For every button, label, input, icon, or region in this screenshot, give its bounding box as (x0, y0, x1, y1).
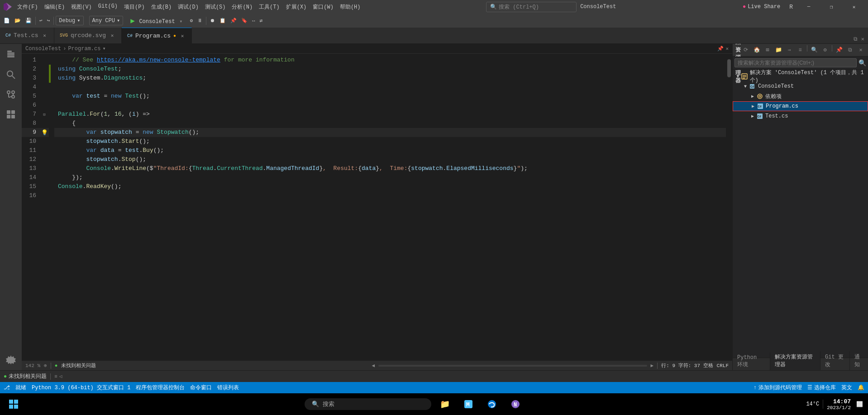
solution-expand-icon[interactable]: ▼ (734, 73, 741, 80)
toolbar-btn-2[interactable]: ⏺ (208, 17, 217, 24)
sol-maxrestore-btn[interactable]: ⧉ (845, 45, 855, 55)
notification-btn[interactable]: 🔔 (858, 384, 864, 391)
sol-btn-6[interactable]: ≡ (795, 45, 805, 55)
menu-bar[interactable]: 文件(F) 编辑(E) 视图(V) Git(G) 项目(P) 生成(B) 调试(… (14, 2, 363, 12)
close-editors-button[interactable]: ✕ (859, 35, 866, 43)
python-status[interactable]: Python 3.9 (64-bit) 交互式窗口 1 (32, 384, 130, 391)
notification-tab[interactable]: 通知 (850, 351, 868, 370)
breadcrumb-dropdown-icon[interactable]: ▾ (102, 45, 105, 52)
taskbar-clock[interactable]: 14:07 2023/1/2 (827, 398, 851, 410)
fold-icon-7[interactable]: ⊟ (43, 112, 45, 117)
menu-debug[interactable]: 调试(D) (175, 2, 201, 12)
sol-btn-2[interactable]: 🏠 (752, 45, 762, 55)
horizontal-scrollbar[interactable] (378, 365, 647, 367)
activity-extensions[interactable] (2, 105, 20, 123)
toolbar-btn-3[interactable]: 📋 (218, 17, 228, 24)
menu-git[interactable]: Git(G) (95, 2, 120, 12)
error-list-status[interactable]: 错误列表 (217, 384, 239, 391)
run-button[interactable]: ▶ ConsoleTest ▾ (129, 15, 184, 26)
bottom-filter-icon[interactable]: ≡ (54, 374, 57, 379)
taskbar-search[interactable]: 🔍 搜索 (305, 398, 431, 410)
menu-extensions[interactable]: 扩展(X) (283, 2, 310, 12)
menu-tools[interactable]: 工具(T) (256, 2, 282, 12)
toolbar-btn-1[interactable]: ⏸ (196, 17, 204, 24)
sol-btn-3[interactable]: ⊞ (763, 45, 773, 55)
deps-item[interactable]: ▶ 依赖项 (733, 91, 868, 101)
solution-tab[interactable]: 解决方案资源管理器 (770, 351, 820, 370)
close-button[interactable]: ✕ (844, 0, 864, 14)
cpu-dropdown[interactable]: Any CPU ▾ (89, 16, 124, 25)
redo-button[interactable]: ↪ (45, 17, 52, 24)
minimize-button[interactable]: ─ (798, 0, 819, 14)
menu-window[interactable]: 窗口(W) (310, 2, 336, 12)
attach-button[interactable]: ⚙ (188, 17, 195, 24)
activity-git[interactable] (2, 85, 20, 104)
toolbar-btn-6[interactable]: ↔ (250, 17, 257, 24)
sol-pin-btn[interactable]: 📌 (834, 45, 844, 55)
solution-search-icon[interactable]: 🔍 (858, 59, 866, 67)
bottom-arrow-icon[interactable]: ◁ (59, 373, 62, 379)
menu-project[interactable]: 项目(P) (121, 2, 148, 12)
lightbulb-icon[interactable]: 💡 (41, 129, 48, 136)
lang-mode[interactable]: 英文 (841, 384, 852, 391)
tab-program-cs-close[interactable]: ✕ (179, 32, 186, 39)
restore-button[interactable]: ❐ (821, 0, 842, 14)
code-lines-container[interactable]: // See https://aka.ms/new-console-templa… (51, 54, 726, 360)
activity-settings[interactable] (2, 350, 20, 368)
tab-qrcode-close[interactable]: ✕ (109, 32, 116, 39)
sol-close-btn[interactable]: ✕ (856, 45, 866, 55)
taskbar-files-btn[interactable]: 📁 (435, 394, 455, 414)
undo-button[interactable]: ↩ (38, 17, 44, 24)
add-to-source-btn[interactable]: ↑ 添加到源代码管理 (754, 384, 802, 391)
title-search-box[interactable]: 🔍 搜索 (Ctrl+Q) (486, 2, 577, 12)
menu-help[interactable]: 帮助(H) (337, 2, 363, 12)
menu-view[interactable]: 视图(V) (68, 2, 95, 12)
scrollbar-thumb[interactable] (727, 59, 731, 77)
save-button[interactable]: 💾 (24, 17, 33, 24)
taskbar-edge-btn[interactable] (482, 394, 502, 414)
sol-btn-5[interactable]: ⇒ (784, 45, 794, 55)
ready-status[interactable]: 就绪 (15, 384, 26, 391)
python-env-tab[interactable]: Python 环境 (733, 353, 770, 370)
menu-analyze[interactable]: 分析(N) (229, 2, 255, 12)
cmd-status[interactable]: 命令窗口 (190, 384, 212, 391)
zoom-icon[interactable]: ⊕ (44, 363, 47, 368)
package-mgr-status[interactable]: 程序包管理器控制台 (136, 384, 185, 391)
tab-test-cs-close[interactable]: ✕ (41, 32, 48, 39)
toolbar-btn-5[interactable]: 🔖 (239, 17, 249, 24)
toolbar-btn-4[interactable]: 📌 (229, 17, 238, 24)
live-share-button[interactable]: ● Live Share (739, 3, 784, 11)
activity-explorer[interactable] (2, 46, 20, 64)
menu-build[interactable]: 生成(B) (148, 2, 175, 12)
editor-scrollbar[interactable] (726, 54, 732, 360)
taskbar-show-desktop[interactable]: ⬜ (854, 399, 864, 409)
sol-btn-1[interactable]: ⟳ (741, 45, 751, 55)
sol-btn-4[interactable]: 📁 (773, 45, 783, 55)
new-file-button[interactable]: 📄 (2, 17, 12, 24)
editor-close-button[interactable]: ✕ (725, 46, 729, 52)
deps-expand-icon[interactable]: ▶ (749, 93, 756, 100)
sol-btn-7[interactable]: 🔍 (809, 45, 819, 55)
taskbar-app-btn[interactable]: N (506, 394, 525, 414)
solution-root-item[interactable]: ▼ 解决方案 'ConsoleTest' (1 个项目，共 1 个) (733, 71, 868, 81)
solution-search-input[interactable] (734, 58, 857, 67)
open-file-button[interactable]: 📂 (13, 17, 23, 24)
project-expand-icon[interactable]: ▼ (742, 83, 749, 90)
windows-start-button[interactable] (4, 394, 24, 414)
git-status-item[interactable]: ⎇ (4, 384, 10, 391)
git-changes-tab[interactable]: Git 更改 (820, 351, 850, 370)
menu-edit[interactable]: 编辑(E) (42, 2, 68, 12)
toolbar-btn-7[interactable]: ⇄ (258, 17, 265, 24)
debug-config-dropdown[interactable]: Debug ▾ (56, 16, 83, 25)
activity-search[interactable] (2, 66, 20, 84)
tab-program-cs[interactable]: C# Program.cs ● ✕ (122, 28, 192, 43)
sol-btn-8[interactable]: ⚙ (820, 45, 830, 55)
tab-test-cs[interactable]: C# Test.cs ✕ (0, 28, 54, 43)
select-repo-btn[interactable]: ☰ 选择仓库 (807, 384, 836, 391)
menu-file[interactable]: 文件(F) (14, 2, 41, 12)
split-editor-button[interactable]: ⧉ (852, 35, 859, 43)
tab-qrcode-svg[interactable]: SVG qrcode.svg ✕ (54, 28, 122, 43)
editor-pin-button[interactable]: 📌 (717, 46, 724, 52)
taskbar-store-btn[interactable]: M (458, 394, 478, 414)
menu-test[interactable]: 测试(S) (202, 2, 229, 12)
